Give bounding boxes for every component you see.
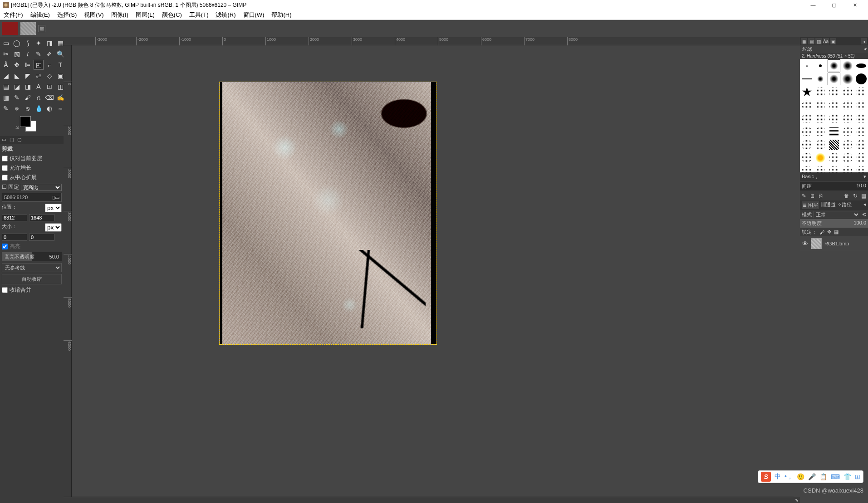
opt-position-unit[interactable]: px [45, 204, 62, 212]
brush-item[interactable] [854, 151, 868, 164]
brush-item[interactable] [800, 112, 814, 125]
brush-item[interactable] [814, 125, 827, 138]
paths-tool[interactable]: ▧ [12, 49, 22, 59]
foreground-tool[interactable]: ✂ [1, 49, 11, 59]
brushes-filter-menu-icon[interactable]: ◂ [863, 46, 866, 53]
brush-item[interactable] [828, 151, 841, 164]
zoom-tool[interactable]: ✎ [34, 49, 44, 59]
dock-tab-5[interactable]: ▣ [830, 38, 836, 44]
lock-pixels-icon[interactable]: 🖌 [819, 230, 824, 235]
foreground-color[interactable] [20, 116, 31, 127]
dock-tab-1[interactable]: ▦ [801, 38, 807, 44]
brush-item[interactable] [814, 138, 827, 151]
cage-tool[interactable]: ◇ [44, 71, 54, 81]
scale-tool[interactable]: ◢ [1, 71, 11, 81]
brush-item[interactable] [841, 125, 854, 138]
opt-size-y[interactable] [29, 234, 54, 241]
brush-item[interactable] [841, 99, 854, 112]
brush-item[interactable] [800, 125, 814, 138]
brush-item[interactable] [828, 86, 841, 98]
brush-item[interactable] [800, 151, 814, 164]
text-tool[interactable]: ▤ [1, 82, 11, 92]
brush-refresh-icon[interactable]: ↻ [853, 193, 858, 199]
menu-colors[interactable]: 颜色(C) [158, 10, 186, 20]
blend-tool[interactable]: ◨ [23, 82, 33, 92]
tool-options-tab-3[interactable]: ▢ [15, 136, 23, 144]
brush-item-selected[interactable] [828, 73, 841, 85]
brush-item[interactable] [841, 59, 854, 72]
ime-kbd-icon[interactable]: ⌨ [831, 473, 840, 480]
layer-thumbnail[interactable] [811, 238, 822, 249]
brush-item[interactable] [841, 86, 854, 98]
swap-colors-icon[interactable]: ⇲ [15, 125, 19, 130]
brush-item[interactable] [854, 112, 868, 125]
tab-channels[interactable]: ▦通道 [821, 201, 836, 209]
tab-paths[interactable]: ✧路径 [838, 201, 852, 209]
close-button[interactable]: ✕ [844, 0, 865, 10]
lock-alpha-icon[interactable]: ▦ [834, 229, 839, 235]
maximize-button[interactable]: ▢ [824, 0, 844, 10]
layer-mode-reset-icon[interactable]: ⟲ [862, 212, 866, 218]
brush-item[interactable] [814, 112, 827, 125]
ime-mic-icon[interactable]: 🎤 [808, 473, 816, 480]
menu-image[interactable]: 图像(I) [108, 10, 132, 20]
brush-item[interactable] [841, 165, 854, 172]
brush-item[interactable] [814, 165, 827, 172]
menu-tools[interactable]: 工具(T) [186, 10, 212, 20]
tab-layers[interactable]: ≣ 图层 [802, 201, 819, 209]
brush-spacing[interactable]: 间距10.0 [800, 182, 868, 190]
opt-shrink-merged[interactable]: 收缩合并 [0, 285, 64, 295]
brush-new-icon[interactable]: 🗎 [810, 193, 815, 199]
opt-highlight[interactable]: 高亮 [0, 242, 64, 251]
dock-tab-menu-icon[interactable]: ◂ [861, 38, 867, 44]
ellipse-select-tool[interactable]: ◯ [12, 38, 22, 48]
layout-tool[interactable]: ⊫ [23, 60, 33, 70]
crop-tool[interactable]: ◰ [34, 60, 44, 70]
blur-tool[interactable]: ✎ [1, 103, 11, 113]
menu-windows[interactable]: 窗口(W) [240, 10, 268, 20]
tool-options-tab-1[interactable]: ▭ [0, 136, 8, 144]
opt-from-center[interactable]: 从中心扩展 [0, 173, 64, 182]
brush-item[interactable] [841, 151, 854, 164]
minimize-button[interactable]: — [803, 0, 824, 10]
scrollbar-horizontal[interactable] [64, 497, 800, 503]
ime-lang[interactable]: 中 [775, 473, 781, 481]
opt-guides[interactable]: 无参考线 [2, 263, 62, 272]
brush-item[interactable] [828, 112, 841, 125]
gradient-tool[interactable]: ▥ [1, 93, 11, 103]
pencil-tool[interactable]: A [34, 82, 44, 92]
menu-layer[interactable]: 图层(L) [132, 10, 158, 20]
flip-tool[interactable]: ⇄ [34, 71, 44, 81]
brush-dup-icon[interactable]: ⎘ [819, 193, 822, 199]
brush-edit-icon[interactable]: ✎ [802, 193, 806, 199]
brush-item[interactable] [800, 165, 814, 172]
autoshrink-button[interactable]: 自动收缩 [2, 274, 62, 284]
orient-landscape-icon[interactable]: ▭ [55, 195, 59, 200]
brush-item[interactable] [841, 138, 854, 151]
menu-file[interactable]: 文件(F) [0, 10, 27, 20]
opt-pos-y[interactable] [29, 214, 54, 221]
layer-item[interactable]: 👁 RGB1.bmp [800, 236, 868, 251]
ime-emoji-icon[interactable]: 🙂 [797, 473, 804, 480]
layer-name[interactable]: RGB1.bmp [824, 241, 849, 246]
brush-item[interactable] [854, 86, 868, 98]
brush-item[interactable] [841, 112, 854, 125]
drop-tool[interactable]: 💧 [34, 103, 44, 113]
fg-bg-colors[interactable]: ⇲ [2, 116, 62, 134]
menu-edit[interactable]: 编辑(E) [27, 10, 54, 20]
brush-item[interactable] [854, 73, 868, 85]
brush-item[interactable] [828, 99, 841, 112]
opt-pos-x[interactable] [2, 214, 27, 221]
image-viewport[interactable] [72, 45, 800, 497]
airbrush-tool[interactable]: ✎ [12, 93, 22, 103]
shear-tool[interactable]: ◣ [12, 71, 22, 81]
brush-preset-select[interactable]: Basic，▾ [800, 172, 868, 181]
burn-tool[interactable]: ⎋ [23, 103, 33, 113]
brush-item[interactable] [854, 138, 868, 151]
paint-tool[interactable]: ⊡ [44, 82, 54, 92]
brush-item[interactable] [854, 59, 868, 72]
brush-item[interactable] [814, 73, 827, 85]
rotate-tool[interactable]: ⌐ [44, 60, 54, 70]
brush-item[interactable] [814, 59, 827, 72]
opt-fixed-mode[interactable]: 宽高比 [21, 184, 62, 191]
